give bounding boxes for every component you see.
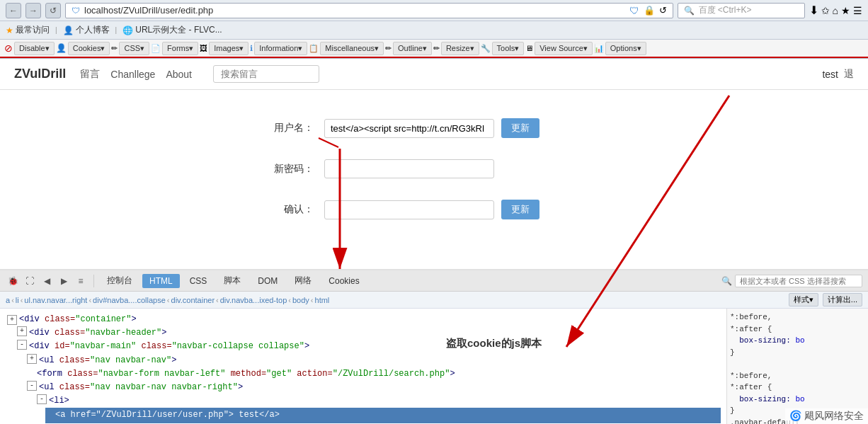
nav-user-label[interactable]: test [822, 69, 838, 80]
star-icon[interactable]: ✩ [821, 5, 830, 16]
nav-link-liuyan[interactable]: 留言 [80, 68, 100, 81]
dt-tab-network[interactable]: 网络 [287, 273, 319, 289]
brand-label: ZVulDrill [14, 67, 66, 81]
resize-button[interactable]: Resize▾ [441, 42, 479, 55]
cookies-button[interactable]: Cookies▾ [68, 42, 110, 55]
nav-links: 留言 Chanllege About [80, 65, 319, 83]
expand-2[interactable]: + [17, 326, 27, 336]
dt-tab-dom[interactable]: DOM [251, 274, 285, 288]
bc-item-7[interactable]: html [315, 296, 330, 304]
devtools-panel: 🐞 ⛶ ◀ ▶ ≡ 控制台 HTML CSS 脚本 DOM 网络 Cookies… [0, 269, 868, 424]
bc-item-4[interactable]: div.container [171, 296, 215, 304]
view-source-button[interactable]: View Source▾ [535, 42, 593, 55]
info-icon: ℹ [250, 44, 253, 53]
dt-tab-console[interactable]: 控制台 [100, 273, 139, 289]
search-bar[interactable]: 🔍 百度 <Ctrl+K> [678, 3, 805, 18]
bookmark-frecent[interactable]: ★ 最常访问 [6, 24, 50, 36]
expand-6[interactable]: - [27, 381, 37, 391]
css-button[interactable]: CSS▾ [119, 42, 149, 55]
forms-button[interactable]: Forms▾ [162, 42, 198, 55]
confirm-input[interactable] [324, 200, 494, 219]
dt-list-icon[interactable]: ≡ [74, 274, 88, 288]
style-line-1: *:before, [730, 311, 865, 323]
bookmark-icon[interactable]: ★ [841, 5, 850, 16]
bc-item-3[interactable]: div#navba....collapse [93, 296, 166, 304]
dt-tab-cookies[interactable]: Cookies [321, 274, 366, 288]
style-line-6: *:before, [730, 370, 865, 382]
expand-3[interactable]: - [17, 340, 27, 350]
forward-button[interactable]: → [25, 3, 41, 18]
dt-pointer-icon[interactable]: 🐞 [6, 274, 20, 288]
tools-button[interactable]: Tools▾ [492, 42, 525, 55]
options-button[interactable]: Options▾ [605, 42, 646, 55]
tools-icon: 🔧 [481, 44, 491, 53]
misc-label: Miscellaneous▾ [325, 44, 379, 53]
watermark: 🌀 飓风网络安全 [785, 408, 868, 424]
bc-item-2[interactable]: ul.nav.navar...right [24, 296, 87, 304]
style-line-3: box-sizing: bo [730, 335, 865, 347]
images-button[interactable]: Images▾ [209, 42, 249, 55]
expand-1[interactable]: + [7, 315, 17, 325]
address-bar[interactable]: 🛡 localhost/ZVulDrill/user/edit.php 🛡 🔒 … [65, 3, 673, 18]
bc-item-0[interactable]: a [6, 296, 10, 304]
page-navbar: ZVulDrill 留言 Chanllege About test 退 [0, 59, 868, 90]
resize-label: Resize▾ [446, 44, 474, 53]
expand-7[interactable]: - [37, 394, 47, 404]
settings-icon[interactable]: ☰ [853, 5, 862, 16]
browser-titlebar: ← → ↺ 🛡 localhost/ZVulDrill/user/edit.ph… [0, 0, 868, 21]
doc-icon: 📄 [151, 44, 161, 53]
nav-more-label[interactable]: 退 [844, 68, 854, 81]
bookmark-url-examples[interactable]: 🌐 URL示例大全 - FLVC... [122, 24, 222, 36]
outline-button[interactable]: Outline▾ [393, 42, 432, 55]
disable-button[interactable]: Disable▾ [14, 42, 55, 55]
nav-link-about[interactable]: About [166, 69, 192, 80]
confirm-label: 确认： [257, 203, 314, 216]
watermark-text: 飓风网络安全 [804, 410, 864, 421]
browser-right-icons: ⬇ ✩ ⌂ ★ ☰ [809, 4, 862, 17]
calc-button[interactable]: 计算出... [823, 293, 862, 306]
reload-button[interactable]: ↺ [45, 3, 61, 18]
style-line-2: *:after { [730, 323, 865, 336]
style-button[interactable]: 样式▾ [789, 293, 818, 306]
star-icon-small: ★ [6, 25, 13, 35]
globe-icon: 🌐 [122, 25, 133, 35]
disable-icon: ⊘ [4, 42, 13, 54]
username-input[interactable] [324, 119, 494, 138]
pencil-icon2: ✏ [385, 44, 392, 53]
dt-tab-html[interactable]: HTML [142, 274, 180, 288]
back-button[interactable]: ← [6, 3, 21, 18]
dt-tab-script[interactable]: 脚本 [217, 273, 248, 289]
information-button[interactable]: Information▾ [254, 42, 307, 55]
dt-tab-css[interactable]: CSS [183, 274, 215, 288]
bc-item-1[interactable]: li [16, 296, 19, 304]
tree-line-8[interactable]: <a href="/ZVulDrill/user/user.php"> test… [45, 408, 721, 423]
person-icon2: 👤 [56, 43, 67, 53]
confirm-row: 确认： 更新 [257, 200, 611, 219]
disable-label: Disable▾ [19, 44, 50, 53]
dt-inspect-icon[interactable]: ⛶ [23, 274, 37, 288]
options-icon: 📊 [594, 44, 604, 53]
shield-icon2: 🛡 [629, 5, 639, 16]
newpwd-row: 新密码： [257, 159, 611, 178]
browser-chrome: ← → ↺ 🛡 localhost/ZVulDrill/user/edit.ph… [0, 0, 868, 59]
update-button-2[interactable]: 更新 [501, 200, 539, 219]
html-tree-panel: + <div class="container"> + <div class="… [0, 309, 726, 424]
nav-link-chanllege[interactable]: Chanllege [110, 69, 155, 80]
address-text: localhost/ZVulDrill/user/edit.php [84, 5, 213, 16]
dt-search-input[interactable] [735, 275, 862, 287]
dt-back-icon[interactable]: ◀ [40, 274, 54, 288]
style-panel: *:before, *:after { box-sizing: bo } *:b… [726, 309, 868, 424]
miscellaneous-button[interactable]: Miscellaneous▾ [320, 42, 384, 55]
search-input[interactable] [213, 65, 319, 83]
bookmark-blog[interactable]: 👤 个人博客 [63, 24, 110, 36]
bc-item-6[interactable]: body [292, 296, 309, 304]
update-button-1[interactable]: 更新 [501, 118, 539, 138]
bc-item-5[interactable]: div.navba...ixed-top [220, 296, 287, 304]
dt-fwd-icon[interactable]: ▶ [57, 274, 71, 288]
refresh-icon[interactable]: ↺ [659, 5, 667, 16]
page-content: 用户名： 更新 新密码： 确认： 更新 [0, 90, 868, 269]
home-icon[interactable]: ⌂ [833, 5, 838, 16]
download-icon[interactable]: ⬇ [809, 4, 818, 17]
newpwd-input[interactable] [324, 159, 494, 178]
expand-4[interactable]: + [27, 354, 37, 364]
